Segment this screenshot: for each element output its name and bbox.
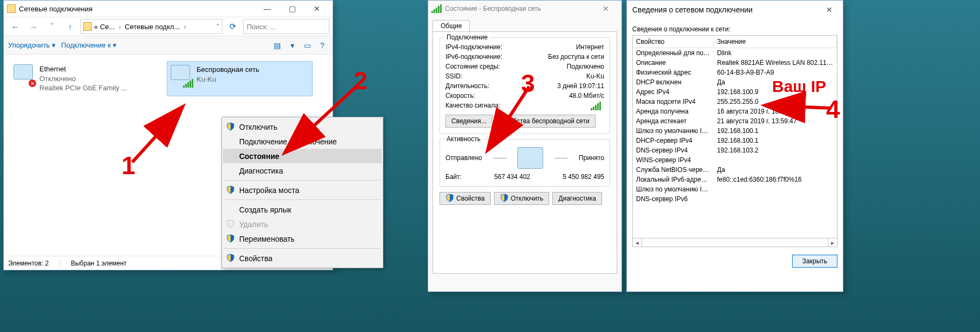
up-button[interactable]: ↑ — [62, 19, 78, 34]
titlebar[interactable]: Сведения о сетевом подключении ✕ — [627, 1, 843, 19]
table-row[interactable]: Адрес IPv4192.168.100.9 — [633, 87, 837, 97]
breadcrumb-seg[interactable]: Се... — [100, 23, 114, 31]
table-row[interactable]: DHCP-сервер IPv4192.168.100.1 — [633, 136, 837, 145]
connect-to-button[interactable]: Подключение к ▾ — [61, 41, 117, 49]
cell-value: 192.168.100.9 — [714, 87, 837, 97]
table-row[interactable]: Шлюз по умолчанию IPv6 — [633, 184, 837, 194]
cell-property: Аренда получена — [633, 107, 714, 116]
cell-property: Описание — [633, 58, 714, 68]
recent-locations-button[interactable]: ˅ — [44, 19, 60, 34]
menu-item-status[interactable]: Состояние — [223, 149, 382, 163]
chevron-down-icon[interactable]: ˅ — [216, 23, 220, 31]
folder-icon — [7, 4, 16, 13]
activity-group: Активность Отправлено —— —— Принято Байт… — [440, 139, 610, 187]
disable-button[interactable]: Отключить — [494, 192, 550, 205]
chevron-down-icon[interactable]: ▾ — [286, 40, 298, 51]
view-button[interactable]: ▤ — [271, 40, 283, 51]
titlebar[interactable]: Состояние - Беспроводная сеть ✕ — [428, 1, 621, 17]
back-button[interactable]: ← — [7, 19, 23, 34]
table-row[interactable]: Аренда получена16 августа 2019 г. 18:57:… — [633, 107, 837, 116]
preview-pane-button[interactable]: ▭ — [301, 40, 313, 51]
search-input[interactable]: Поиск: ... — [243, 19, 329, 34]
scroll-left-icon[interactable]: ◂ — [633, 238, 642, 247]
wireless-properties-button[interactable]: Свойства беспроводной сети — [496, 115, 596, 128]
diagnostics-button[interactable]: Диагностика — [552, 192, 602, 205]
cell-property: WINS-сервер IPv4 — [633, 155, 714, 165]
table-row[interactable]: Аренда истекает21 августа 2019 г. 13:59:… — [633, 116, 837, 126]
close-button[interactable]: ✕ — [593, 1, 618, 17]
signal-bars-icon — [591, 102, 601, 110]
cell-property: Служба NetBIOS через T... — [633, 165, 714, 175]
adapter-item-wireless[interactable]: Беспроводная сеть Ku-Ku — [167, 61, 313, 96]
group-label: Активность — [444, 135, 483, 143]
table-row[interactable]: Физический адрес60-14-B3-A9-B7-A9 — [633, 68, 837, 77]
field-value: 3 дней 19:07:11 — [557, 82, 604, 90]
breadcrumb-sep: « — [94, 23, 98, 31]
field-label: Состояние среды: — [445, 63, 500, 70]
minimize-button[interactable]: — — [255, 1, 280, 17]
selection-count: Выбран 1 элемент — [71, 260, 126, 267]
cell-value: Да — [714, 165, 837, 175]
table-row[interactable]: Маска подсети IPv4255.255.255.0 — [633, 97, 837, 107]
cell-value: 192.168.100.1 — [714, 136, 837, 145]
cell-value: 192.168.103.2 — [714, 145, 837, 155]
organize-button[interactable]: Упорядочить ▾ — [8, 41, 56, 49]
menu-item-rename[interactable]: Переименовать — [223, 231, 382, 246]
table-row[interactable]: DNS-сервер IPv6 — [633, 194, 837, 204]
cell-property: Адрес IPv4 — [633, 87, 714, 97]
close-details-button[interactable]: Закрыть — [792, 255, 837, 268]
details-button[interactable]: Сведения... — [445, 115, 492, 128]
breadcrumb-seg[interactable]: Сетевые подкл... — [125, 23, 180, 31]
col-property[interactable]: Свойство — [633, 36, 714, 48]
table-row[interactable]: Шлюз по умолчанию IPv4192.168.100.1 — [633, 126, 837, 136]
group-label: Подключение — [444, 34, 490, 41]
address-bar[interactable]: « Се... › Сетевые подкл... › ˅ — [80, 19, 222, 34]
shield-icon — [226, 185, 235, 194]
menu-item-delete[interactable]: Удалить — [223, 217, 382, 231]
cell-value: Да — [714, 77, 837, 87]
forward-button[interactable]: → — [25, 19, 42, 34]
cell-value: Dlink — [714, 48, 837, 58]
close-button[interactable]: ✕ — [821, 2, 837, 18]
menu-item-properties[interactable]: Свойства — [223, 251, 382, 265]
menu-item-disable[interactable]: Отключить — [223, 119, 382, 134]
tab-general[interactable]: Общие — [432, 20, 470, 31]
adapter-item-ethernet[interactable]: ✕ Ethernet Отключено Realtek PCIe GbE Fa… — [10, 61, 156, 96]
field-label: SSID: — [445, 72, 462, 80]
table-row[interactable]: Служба NetBIOS через T...Да — [633, 165, 837, 175]
field-value: Ku-Ku — [586, 72, 604, 80]
cell-value: fe80::c1ed:6360:186:f7f0%16 — [714, 175, 837, 184]
help-button[interactable]: ? — [316, 40, 328, 51]
table-row[interactable]: Локальный IPv6-адрес ка...fe80::c1ed:636… — [633, 175, 837, 184]
table-row[interactable]: DHCP включенДа — [633, 77, 837, 87]
field-value: 48.0 Мбит/с — [569, 92, 604, 99]
table-row[interactable]: DNS-сервер IPv4192.168.103.2 — [633, 145, 837, 155]
horizontal-scrollbar[interactable]: ◂ ▸ — [632, 238, 837, 247]
cell-value: Realtek 8821AE Wireless LAN 802.11ac PCI — [714, 58, 837, 68]
window-title: Состояние - Беспроводная сеть — [445, 5, 541, 12]
cell-value — [714, 184, 837, 194]
maximize-button[interactable]: ▢ — [280, 1, 305, 17]
scroll-right-icon[interactable]: ▸ — [828, 238, 837, 247]
refresh-button[interactable]: ⟳ — [225, 19, 241, 34]
menu-item-connect[interactable]: Подключение / Отключение — [223, 134, 382, 149]
cell-property: Маска подсети IPv4 — [633, 97, 714, 107]
shield-icon — [445, 194, 454, 204]
menu-item-shortcut[interactable]: Создать ярлык — [223, 202, 382, 217]
table-row[interactable]: WINS-сервер IPv4 — [633, 155, 837, 165]
adapter-status: Ku-Ku — [197, 75, 259, 84]
cell-property: Аренда истекает — [633, 116, 714, 126]
cell-property: Определенный для подк... — [633, 48, 714, 58]
properties-button[interactable]: Свойства — [440, 192, 491, 205]
table-row[interactable]: Определенный для подк...Dlink — [633, 48, 837, 58]
cell-property: DHCP-сервер IPv4 — [633, 136, 714, 145]
titlebar[interactable]: Сетевые подключения — ▢ ✕ — [4, 1, 333, 17]
window-title: Сведения о сетевом подключении — [632, 5, 753, 14]
table-row[interactable]: ОписаниеRealtek 8821AE Wireless LAN 802.… — [633, 58, 837, 68]
col-value[interactable]: Значение — [714, 36, 837, 48]
breadcrumb-sep: › — [182, 23, 187, 31]
menu-item-bridge[interactable]: Настройка моста — [223, 183, 382, 197]
menu-item-diagnostics[interactable]: Диагностика — [223, 163, 382, 178]
shield-icon — [226, 234, 235, 243]
close-button[interactable]: ✕ — [305, 1, 329, 17]
